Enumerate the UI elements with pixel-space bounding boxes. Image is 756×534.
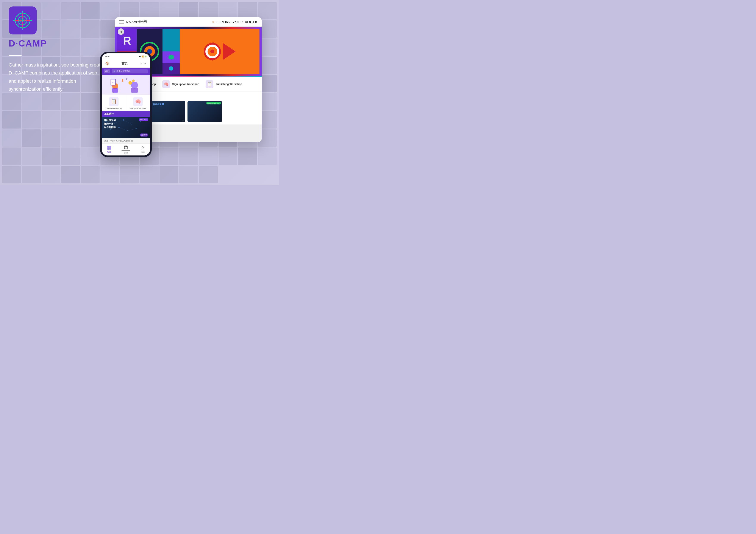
svg-point-19 — [131, 82, 138, 89]
svg-rect-20 — [131, 88, 138, 92]
mobile-nav-bar: 🏠 首页 ··· ☀ — [102, 60, 150, 67]
right-section: D·CAMP创作营 DESIGN INNOVATION CENTER ◀ R — [102, 0, 279, 185]
tagline-text: Gather mass inspiration, see booming cre… — [9, 61, 112, 93]
mobile-nav-actions: ··· ☀ — [139, 62, 147, 65]
mobile-workshop-card-1[interactable]: 📋 Publishing Workshop — [102, 95, 126, 111]
svg-line-43 — [119, 127, 127, 131]
ongoing-card-fashion[interactable]: Fashion e-comm... — [187, 101, 222, 122]
tab-item-manage[interactable]: 管理 — [122, 145, 130, 154]
tablet-back-button[interactable]: ◀ — [118, 28, 124, 35]
mobile-page-title: 首页 — [122, 62, 127, 65]
mobile-search-placeholder: 搜索创作营活动 — [117, 70, 130, 73]
mobile-ongoing-card[interactable]: 神经符号AI概念产品创作营招募. PROJECT 仅限30人 — [102, 117, 150, 138]
svg-text:$: $ — [126, 77, 127, 80]
svg-line-40 — [123, 120, 132, 124]
search-icon: 🔍 — [113, 70, 116, 73]
hero-big-eye-ring — [204, 43, 221, 60]
hero-small-dot — [169, 66, 173, 71]
mobile-ongoing-title: 神经符号AI概念产品创作营招募. — [104, 118, 116, 129]
hero-section-3 — [162, 29, 180, 74]
svg-text:$: $ — [122, 79, 123, 83]
manage-tab-icon — [123, 145, 128, 150]
dcamp-logo-icon — [13, 11, 32, 30]
tablet-top-bar: D·CAMP创作营 DESIGN INNOVATION CENTER — [115, 17, 262, 27]
svg-rect-49 — [124, 146, 127, 149]
fashion-label: Fashion e-comm... — [206, 102, 221, 104]
tab-item-mine[interactable]: 我的 — [140, 145, 145, 154]
svg-point-28 — [132, 79, 135, 82]
svg-text:R: R — [123, 35, 131, 47]
tablet-brand-label: D·CAMP创作营 — [126, 20, 147, 24]
hero-sec3-teal — [162, 29, 180, 51]
tab-label-manage: 管理 — [124, 151, 128, 154]
signal-icon: ▮▮▮ — [139, 56, 141, 58]
mobile-workshop-card-2[interactable]: 🧠 Sign up for Workshop — [126, 95, 150, 111]
mobile-status-bar: 22:57 ▮▮▮ 📶 🔋 — [102, 53, 150, 60]
more-icon[interactable]: ··· — [139, 62, 142, 65]
battery-icon: 🔋 — [145, 56, 147, 58]
hero-hexagon — [169, 55, 174, 60]
hero-big-eye-pupil — [210, 50, 214, 53]
hero-sec3-purple — [162, 51, 180, 63]
eye-lashes-top — [211, 42, 214, 44]
section-divider — [9, 55, 21, 56]
tab-label-project: 项目 — [107, 151, 111, 154]
hero-letter-r: R — [122, 34, 131, 47]
svg-point-27 — [128, 81, 132, 85]
workshop-label-2: Sign up for Workshop — [172, 83, 199, 86]
settings-icon[interactable]: ☀ — [144, 62, 147, 65]
mobile-hero-banner: $ $ — [102, 75, 150, 94]
logo-box — [9, 7, 37, 35]
svg-rect-46 — [109, 146, 111, 148]
workshop-item-3[interactable]: 📋 Publishing Workshop — [205, 80, 242, 88]
ongoing-card-ai-text: 神经符号AI — [153, 103, 164, 106]
svg-rect-45 — [107, 146, 109, 148]
mobile-location-tag[interactable]: 杭州 — [104, 69, 110, 73]
mobile-workshop-icon-1: 📋 — [109, 97, 119, 106]
workshop-item-2[interactable]: 🧠 Sign up for Workshop — [162, 80, 199, 88]
mobile-workshop-label-2: Sign up for Workshop — [130, 107, 146, 109]
mobile-status-right: ▮▮▮ 📶 🔋 — [139, 56, 147, 58]
tagline-line1: Gather mass inspiration, see booming cre… — [9, 62, 107, 67]
workshop-label-3: Publishing Workshop — [216, 83, 242, 86]
mobile-ongoing-limit: 仅限30人 — [140, 134, 148, 137]
mobile-search-input[interactable]: 🔍 搜索创作营活动 — [112, 69, 148, 73]
mobile-workshop-grid: 📋 Publishing Workshop 🧠 Sign up for Work… — [102, 95, 150, 111]
eye-lashes-bottom — [211, 58, 214, 61]
hero-section-4 — [180, 29, 259, 74]
brand-name: D·CAMP — [9, 38, 116, 49]
mobile-bottom-caption: 招募 | 神经符号AI概念产品创作营 — [102, 138, 150, 143]
svg-point-53 — [142, 146, 144, 148]
ongoing-card-camera: 📷 — [182, 119, 184, 121]
back-icon: ◀ — [120, 30, 122, 33]
tab-active-indicator — [122, 150, 130, 150]
mobile-search-bar: 杭州 🔍 搜索创作营活动 — [102, 67, 150, 75]
svg-rect-18 — [112, 88, 118, 92]
mobile-workshop-label-1: Publishing Workshop — [106, 107, 122, 109]
tagline-line3: and applet to realize information — [9, 78, 76, 84]
mobile-workshop-icon-2: 🧠 — [133, 97, 143, 106]
tablet-nav: DESIGN INNOVATION CENTER — [212, 21, 257, 23]
workshop-icon-3: 📋 — [205, 80, 213, 88]
hero-sec3-dark — [162, 63, 180, 74]
tab-item-project[interactable]: 项目 — [107, 145, 111, 154]
svg-point-9 — [21, 19, 24, 21]
mine-tab-icon — [140, 145, 145, 150]
home-icon[interactable]: 🏠 — [105, 62, 109, 65]
tab-label-mine: 我的 — [141, 151, 145, 154]
signup-workshop-icon: 🧠 — [162, 80, 170, 88]
project-tab-icon — [107, 145, 111, 150]
hero-arrow — [223, 43, 235, 60]
mobile-tab-bar: 项目 管理 — [102, 143, 150, 156]
svg-rect-23 — [111, 79, 116, 85]
tablet-menu-icon[interactable] — [120, 20, 124, 23]
tablet-nav-rest: ESIGN INNOVATION CENTER — [215, 21, 257, 23]
ongoing-card-ai[interactable]: 神经符号AI 📷 — [151, 101, 185, 122]
wifi-icon: 📶 — [142, 56, 144, 58]
tagline-line4: synchronization efficiently. — [9, 86, 64, 92]
mobile-ongoing-header: 正在进行 — [102, 111, 150, 117]
mobile-hero-illustration: $ $ — [102, 75, 150, 94]
mobile-hero-svg: $ $ — [102, 75, 149, 94]
svg-rect-47 — [107, 148, 109, 150]
mobile-mockup: 22:57 ▮▮▮ 📶 🔋 🏠 首页 ··· ☀ 杭州 🔍 搜索创作营活动 — [100, 52, 152, 157]
